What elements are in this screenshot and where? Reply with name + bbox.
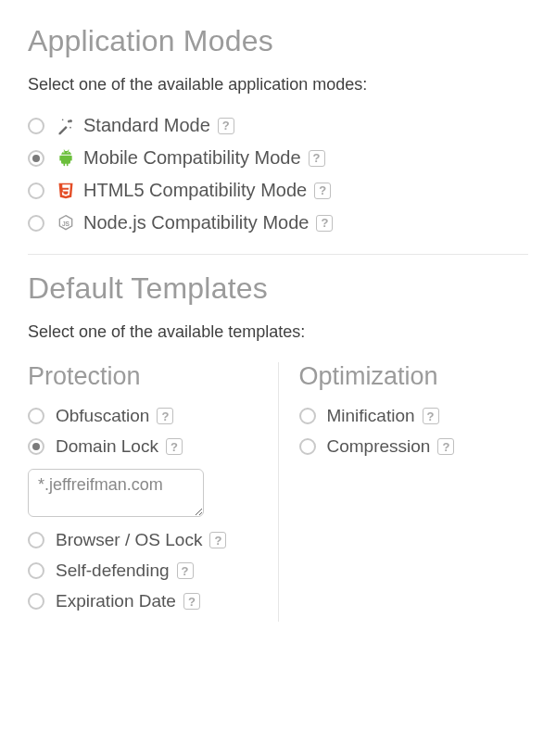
protection-column: Protection Obfuscation ? Domain Lock ? B…: [28, 362, 279, 622]
option-label: Browser / OS Lock: [56, 530, 202, 550]
templates-heading: Default Templates: [28, 271, 528, 306]
optimization-option-minification[interactable]: Minification ?: [299, 406, 529, 426]
optimization-column: Optimization Minification ? Compression …: [279, 362, 529, 622]
radio-minification[interactable]: [299, 408, 316, 424]
help-icon[interactable]: ?: [177, 562, 194, 579]
optimization-option-compression[interactable]: Compression ?: [299, 436, 529, 457]
help-icon[interactable]: ?: [309, 150, 325, 167]
radio-standard[interactable]: [28, 118, 44, 134]
svg-text:JS: JS: [62, 220, 70, 226]
help-icon[interactable]: ?: [166, 438, 183, 455]
mode-option-nodejs[interactable]: JS Node.js Compatibility Mode ?: [28, 212, 528, 233]
wand-icon: [56, 116, 76, 136]
protection-option-expiration[interactable]: Expiration Date ?: [28, 591, 258, 611]
html5-icon: [56, 181, 76, 201]
mode-label: HTML5 Compatibility Mode: [83, 180, 307, 201]
app-modes-heading: Application Modes: [28, 24, 528, 58]
help-icon[interactable]: ?: [314, 183, 331, 199]
nodejs-icon: JS: [56, 213, 76, 233]
svg-point-1: [62, 119, 64, 120]
radio-compression[interactable]: [299, 438, 316, 455]
radio-nodejs[interactable]: [28, 215, 44, 232]
mode-label: Mobile Compatibility Mode: [83, 147, 301, 169]
mode-option-html5[interactable]: HTML5 Compatibility Mode ?: [28, 180, 528, 201]
protection-option-obfuscation[interactable]: Obfuscation ?: [28, 406, 258, 426]
radio-browser-lock[interactable]: [28, 532, 44, 548]
help-icon[interactable]: ?: [157, 408, 173, 424]
svg-point-0: [70, 126, 71, 128]
help-icon[interactable]: ?: [423, 408, 439, 424]
option-label: Domain Lock: [56, 436, 158, 457]
help-icon[interactable]: ?: [183, 593, 200, 610]
radio-self-defending[interactable]: [28, 562, 44, 579]
section-divider: [28, 254, 528, 255]
mode-label: Standard Mode: [83, 115, 210, 136]
option-label: Minification: [327, 406, 415, 426]
option-label: Compression: [327, 436, 431, 457]
protection-option-self-defending[interactable]: Self-defending ?: [28, 561, 258, 581]
mode-option-standard[interactable]: Standard Mode ?: [28, 115, 528, 136]
templates-instruction: Select one of the available templates:: [28, 322, 528, 342]
mode-option-mobile[interactable]: Mobile Compatibility Mode ?: [28, 147, 528, 169]
help-icon[interactable]: ?: [316, 215, 333, 232]
option-label: Expiration Date: [56, 591, 176, 611]
radio-expiration[interactable]: [28, 593, 44, 610]
mode-label: Node.js Compatibility Mode: [83, 212, 309, 233]
android-icon: [56, 148, 76, 169]
protection-option-browser-lock[interactable]: Browser / OS Lock ?: [28, 530, 258, 550]
help-icon[interactable]: ?: [437, 438, 454, 455]
radio-obfuscation[interactable]: [28, 408, 44, 424]
app-modes-instruction: Select one of the available application …: [28, 75, 528, 94]
domain-lock-input[interactable]: [28, 469, 204, 517]
option-label: Self-defending: [56, 561, 170, 581]
option-label: Obfuscation: [56, 406, 149, 426]
radio-mobile[interactable]: [28, 150, 44, 167]
optimization-heading: Optimization: [299, 362, 529, 391]
protection-option-domain-lock[interactable]: Domain Lock ?: [28, 436, 258, 457]
protection-heading: Protection: [28, 362, 258, 391]
help-icon[interactable]: ?: [218, 118, 234, 134]
radio-html5[interactable]: [28, 183, 44, 199]
radio-domain-lock[interactable]: [28, 438, 44, 455]
help-icon[interactable]: ?: [209, 532, 226, 548]
